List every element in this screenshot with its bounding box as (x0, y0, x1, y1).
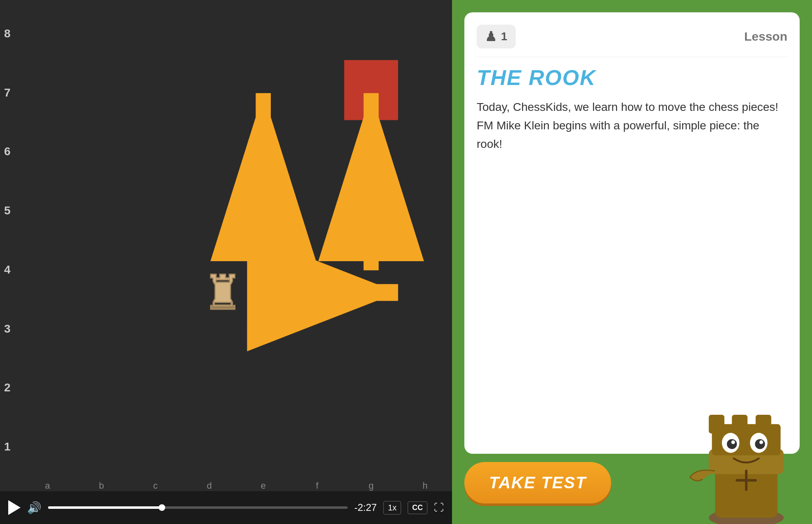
lesson-title: The Rook (477, 65, 787, 90)
col-c: c (129, 480, 182, 491)
fullscreen-button[interactable]: ⛶ (434, 502, 444, 513)
svg-point-12 (731, 440, 735, 444)
play-icon (8, 500, 21, 515)
col-labels-row: a b c d e f g h (0, 480, 452, 491)
svg-rect-6 (732, 415, 747, 434)
svg-point-10 (727, 439, 737, 449)
row-label-5: 5 (4, 181, 16, 240)
svg-point-11 (755, 439, 765, 449)
chess-board-area: 1 2 3 4 5 6 7 8 ♜ (0, 0, 452, 480)
row-label-6: 6 (4, 122, 16, 182)
col-h: h (398, 480, 452, 491)
col-b: b (74, 480, 128, 491)
col-g: g (344, 480, 398, 491)
lesson-label: Lesson (744, 30, 787, 44)
lesson-badge: ♟ 1 (477, 25, 516, 48)
speed-button[interactable]: 1x (383, 501, 401, 515)
row-label-4: 4 (4, 240, 16, 299)
svg-rect-7 (756, 415, 771, 434)
right-panel: ♟ 1 Lesson The Rook Today, ChessKids, we… (452, 0, 812, 524)
chess-piece-icon: ♟ (485, 29, 497, 44)
svg-rect-5 (709, 415, 724, 434)
board-panel: 1 2 3 4 5 6 7 8 ♜ (0, 0, 452, 524)
row-label-3: 3 (4, 299, 16, 359)
svg-point-13 (759, 440, 763, 444)
progress-thumb (159, 504, 165, 511)
board-overlay: ♜ (21, 0, 452, 480)
badge-number: 1 (501, 30, 508, 43)
rook-piece: ♜ (203, 266, 242, 320)
board-wrapper: ♜ (21, 0, 452, 480)
col-e: e (236, 480, 290, 491)
take-test-button[interactable]: TAKe TeST (464, 462, 611, 503)
cc-button[interactable]: CC (408, 501, 427, 514)
col-a: a (21, 480, 74, 491)
col-f: f (290, 480, 344, 491)
highlight-square (344, 60, 398, 120)
play-button[interactable] (8, 500, 21, 515)
fullscreen-icon: ⛶ (434, 502, 444, 513)
lesson-body: Today, ChessKids, we learn how to move t… (477, 98, 787, 153)
volume-button[interactable]: 🔊 (27, 501, 42, 515)
time-display: -2:27 (354, 502, 377, 513)
volume-icon: 🔊 (27, 501, 42, 515)
video-controls-bar: 🔊 -2:27 1x CC ⛶ (0, 491, 452, 524)
col-d: d (182, 480, 236, 491)
row-label-7: 7 (4, 63, 16, 122)
row-label-2: 2 (4, 359, 16, 418)
rook-mascot (681, 368, 812, 524)
row-labels: 1 2 3 4 5 6 7 8 (0, 0, 21, 480)
progress-bar[interactable] (48, 506, 348, 509)
lesson-header: ♟ 1 Lesson (477, 25, 787, 57)
progress-fill (48, 506, 162, 509)
row-label-1: 1 (4, 417, 16, 476)
row-label-8: 8 (4, 4, 16, 63)
